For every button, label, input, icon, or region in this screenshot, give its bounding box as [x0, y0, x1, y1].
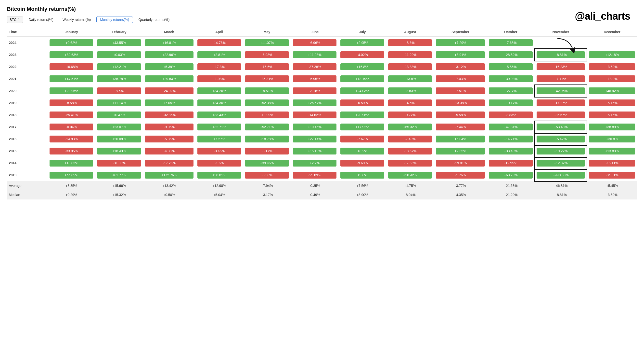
median-cell: +0.50%	[143, 190, 196, 200]
table-cell: -17.3%	[196, 61, 243, 73]
table-cell: +20.96%	[338, 109, 386, 121]
median-cell: -8.04%	[386, 190, 434, 200]
table-cell: +43.55%	[95, 37, 143, 49]
table-row: 2018-25.41%+0.47%-32.85%+33.43%-18.99%-1…	[7, 109, 637, 121]
table-cell: -3.17%	[243, 145, 291, 157]
cell-year: 2021	[7, 73, 48, 85]
table-cell: +9.6%	[338, 169, 386, 181]
average-cell: +46.81%	[534, 181, 587, 190]
table-row: 2023+39.63%+0.03%+22.96%+2.81%-6.98%+11.…	[7, 49, 637, 61]
cell-year: 2016	[7, 133, 48, 145]
arrow-annotation	[555, 37, 577, 55]
table-cell: +2.95%	[338, 37, 386, 49]
toolbar: BTC ⌃ Daily returns(%) Weekly returns(%)…	[7, 16, 637, 23]
median-cell: -3.59%	[587, 190, 637, 200]
table-row: 2017-0.04%+23.07%-9.05%+32.71%+52.71%+10…	[7, 121, 637, 133]
table-cell: -13.38%	[434, 97, 487, 109]
table-cell: -36.57%	[534, 109, 587, 121]
median-cell: +5.04%	[196, 190, 243, 200]
median-cell: +15.32%	[95, 190, 143, 200]
table-cell: +8.2%	[338, 145, 386, 157]
table-cell: +14.71%	[487, 133, 534, 145]
tab-daily[interactable]: Daily returns(%)	[25, 16, 57, 23]
table-cell: +24.03%	[338, 85, 386, 97]
col-november: November	[534, 28, 587, 37]
table-cell: +0.62%	[48, 37, 96, 49]
average-cell: +1.75%	[386, 181, 434, 190]
tab-weekly[interactable]: Weekly returns(%)	[59, 16, 94, 23]
table-cell: -5.15%	[587, 97, 637, 109]
table-cell	[587, 37, 637, 49]
col-time: Time	[7, 28, 48, 37]
col-june: June	[291, 28, 339, 37]
table-cell: +61.77%	[95, 169, 143, 181]
table-cell: +20.08%	[95, 133, 143, 145]
table-cell: +19.27%	[534, 145, 587, 157]
table-cell: +18.78%	[243, 133, 291, 145]
cell-year: 2022	[7, 61, 48, 73]
median-cell: +8.81%	[534, 190, 587, 200]
table-cell: -12.95%	[487, 157, 534, 169]
table-cell: +30.8%	[587, 133, 637, 145]
table-row: 2019-8.58%+11.14%+7.05%+34.36%+52.38%+26…	[7, 97, 637, 109]
table-cell: +3.91%	[434, 49, 487, 61]
table-cell: -34.81%	[587, 169, 637, 181]
median-cell: -4.35%	[434, 190, 487, 200]
table-cell: +6.04%	[434, 133, 487, 145]
table-cell: -6.59%	[338, 97, 386, 109]
table-cell: -5.95%	[291, 73, 339, 85]
table-cell: -5.15%	[587, 109, 637, 121]
table-cell: +60.79%	[487, 169, 534, 181]
table-cell: -4.38%	[143, 145, 196, 157]
table-header-row: Time January February March April May Ju…	[7, 28, 637, 37]
tab-quarterly[interactable]: Quarterly returns(%)	[135, 16, 174, 23]
table-cell: +36.78%	[95, 73, 143, 85]
average-cell: -3.77%	[434, 181, 487, 190]
table-cell: -3.59%	[587, 61, 637, 73]
table-row: 2015-33.05%+18.43%-4.38%-3.46%-3.17%+15.…	[7, 145, 637, 157]
table-cell: +5.42%	[534, 133, 587, 145]
table-cell: -8.58%	[48, 97, 96, 109]
table-cell: +0.03%	[95, 49, 143, 61]
table-cell: -4.02%	[338, 49, 386, 61]
table-cell: +12.18%	[587, 49, 637, 61]
table-cell: -3.12%	[434, 61, 487, 73]
table-cell: -7.49%	[386, 133, 434, 145]
table-cell: +22.96%	[143, 49, 196, 61]
tab-monthly[interactable]: Monthly returns(%)	[96, 16, 133, 23]
median-cell: +3.17%	[243, 190, 291, 200]
table-cell: +26.67%	[291, 97, 339, 109]
table-cell: -33.05%	[48, 145, 96, 157]
cell-year: 2019	[7, 97, 48, 109]
watermark: @ali_charts	[575, 10, 630, 22]
table-cell: -7.03%	[434, 73, 487, 85]
table-cell: -15.6%	[243, 61, 291, 73]
average-cell: +13.42%	[143, 181, 196, 190]
table-row: 2020+29.95%-8.6%-24.92%+34.26%+9.51%-3.1…	[7, 85, 637, 97]
table-cell: -9.69%	[338, 157, 386, 169]
table-cell: -15.11%	[587, 157, 637, 169]
average-cell: +5.45%	[587, 181, 637, 190]
table-cell: +39.46%	[243, 157, 291, 169]
table-cell: -14.76%	[196, 37, 243, 49]
table-cell: -7.44%	[434, 121, 487, 133]
table-cell: -37.28%	[291, 61, 339, 73]
table-cell: -19.01%	[434, 157, 487, 169]
table-cell: +5.39%	[143, 61, 196, 73]
average-cell: +3.35%	[48, 181, 96, 190]
btc-selector[interactable]: BTC ⌃	[7, 16, 23, 23]
returns-table-wrap: Time January February March April May Ju…	[7, 28, 637, 200]
col-march: March	[143, 28, 196, 37]
table-cell: +52.71%	[243, 121, 291, 133]
table-cell: +32.71%	[196, 121, 243, 133]
table-row: 2022-16.68%+12.21%+5.39%-17.3%-15.6%-37.…	[7, 61, 637, 73]
table-cell: -29.89%	[291, 169, 339, 181]
table-cell: -7.11%	[534, 73, 587, 85]
table-cell: -11.29%	[386, 49, 434, 61]
table-cell: +7.05%	[143, 97, 196, 109]
col-january: January	[48, 28, 96, 37]
col-may: May	[243, 28, 291, 37]
table-cell: +15.19%	[291, 145, 339, 157]
table-cell: -24.92%	[143, 85, 196, 97]
table-cell: -7.67%	[338, 133, 386, 145]
